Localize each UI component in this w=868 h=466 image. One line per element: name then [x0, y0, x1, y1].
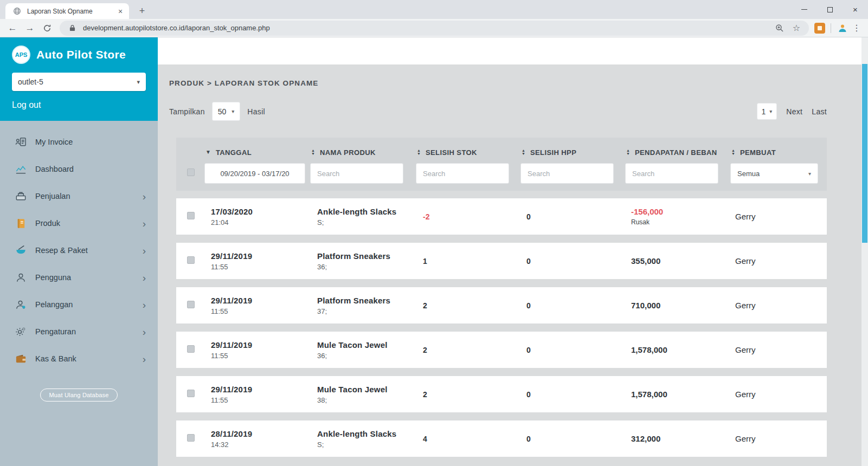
logout-link[interactable]: Log out	[12, 100, 41, 110]
minimize-button[interactable]	[792, 0, 817, 19]
column-header-pendapatan-beban[interactable]: ▲▼ PENDAPATAN / BEBAN	[624, 144, 729, 160]
sidebar-nav: My Invoice Dashboard	[0, 121, 158, 372]
row-date: 29/11/2019	[211, 296, 309, 305]
new-tab-button[interactable]: +	[134, 3, 150, 18]
row-stock-diff: 2	[423, 390, 427, 399]
table-row[interactable]: 29/11/2019 11:55 Mule Tacon Jewel 36; 2 …	[176, 332, 827, 368]
row-checkbox[interactable]	[187, 301, 195, 308]
close-button[interactable]: ×	[843, 0, 868, 19]
reload-database-button[interactable]: Muat Ulang Database	[40, 389, 117, 402]
row-hpp-diff: 0	[526, 346, 531, 354]
outlet-select-value: outlet-5	[18, 77, 43, 86]
row-creator: Gerry	[735, 256, 756, 266]
scrollbar-thumb[interactable]	[862, 64, 867, 243]
hpp-diff-search-input[interactable]	[520, 163, 614, 184]
caret-down-icon: ▾	[769, 108, 772, 114]
extension-icon[interactable]	[814, 23, 825, 34]
row-amount: 1,578,000	[631, 345, 729, 354]
sidebar-item-label: Pengguna	[35, 273, 71, 282]
sidebar-item-label: Produk	[35, 219, 60, 228]
row-amount: 312,000	[631, 434, 729, 443]
row-checkbox[interactable]	[187, 345, 195, 353]
row-amount: 355,000	[631, 256, 729, 266]
back-button[interactable]: ←	[4, 20, 21, 36]
creator-filter-select[interactable]: Semua ▾	[730, 163, 818, 184]
table-row[interactable]: 29/11/2019 11:55 Platform Sneakers 37; 2…	[176, 287, 827, 323]
row-checkbox[interactable]	[187, 212, 195, 219]
toolbar-divider	[831, 23, 831, 33]
select-all-checkbox[interactable]	[187, 169, 195, 176]
last-page-link[interactable]: Last	[812, 107, 827, 116]
lock-icon	[66, 24, 78, 31]
table-row[interactable]: 29/11/2019 11:55 Mule Tacon Jewel 38; 2 …	[176, 376, 827, 412]
row-checkbox[interactable]	[187, 434, 195, 442]
cash-register-icon	[14, 190, 27, 203]
row-time: 11:55	[211, 263, 309, 271]
sort-icon: ▲▼	[417, 149, 421, 156]
browser-tab[interactable]: Laporan Stok Opname ×	[5, 3, 129, 19]
row-variant: 36;	[317, 263, 415, 271]
outlet-select[interactable]: outlet-5 ▾	[12, 73, 146, 91]
chevron-right-icon: ›	[143, 273, 146, 283]
address-bar[interactable]: development.autopilotstore.co.id/laporan…	[60, 21, 809, 36]
browser-menu-icon[interactable]: ⋮	[850, 23, 864, 33]
brand-name: Auto Pilot Store	[36, 48, 126, 61]
reload-button[interactable]	[39, 20, 55, 36]
row-time: 11:55	[211, 352, 309, 360]
bookmark-star-icon[interactable]: ☆	[790, 23, 802, 33]
stock-diff-search-input[interactable]	[416, 163, 509, 184]
sidebar-item-label: Resep & Paket	[35, 246, 88, 255]
sidebar-item-label: Dashboard	[35, 165, 74, 173]
row-product-name: Mule Tacon Jewel	[317, 385, 415, 394]
sidebar-item-my-invoice[interactable]: My Invoice	[0, 128, 158, 156]
profile-icon[interactable]	[837, 23, 848, 33]
row-amount: 1,578,000	[631, 390, 729, 399]
column-header-selisih-hpp[interactable]: ▲▼ SELISIH HPP	[519, 144, 624, 160]
maximize-button[interactable]	[817, 0, 843, 19]
column-header-selisih-stok[interactable]: ▲▼ SELISIH STOK	[415, 144, 519, 160]
tab-close-icon[interactable]: ×	[116, 7, 125, 16]
chevron-right-icon: ›	[143, 327, 146, 337]
results-label: Hasil	[247, 107, 265, 116]
extension-glyph	[818, 26, 822, 30]
sidebar-item-kas-bank[interactable]: Kas & Bank ›	[0, 345, 158, 372]
row-product-name: Platform Sneakers	[317, 251, 415, 261]
maximize-icon	[827, 7, 833, 12]
amount-search-input[interactable]	[625, 163, 718, 184]
row-time: 14:32	[211, 441, 309, 449]
table-row[interactable]: 29/11/2019 11:55 Platform Sneakers 36; 1…	[176, 243, 827, 279]
product-search-input[interactable]	[310, 163, 403, 184]
sidebar-item-resep-paket[interactable]: Resep & Paket ›	[0, 237, 158, 264]
sidebar-item-dashboard[interactable]: Dashboard	[0, 156, 158, 183]
sidebar-item-produk[interactable]: Produk ›	[0, 210, 158, 237]
page-number-select[interactable]: 1 ▾	[757, 103, 777, 120]
settings-gear-icon	[14, 325, 27, 338]
row-checkbox[interactable]	[187, 390, 195, 397]
sidebar-item-pengguna[interactable]: Pengguna ›	[0, 264, 158, 291]
page-size-select[interactable]: 50 ▾	[212, 102, 241, 121]
page-scrollbar[interactable]	[861, 37, 868, 466]
forward-button[interactable]: →	[22, 20, 38, 36]
browser-toolbar: ← → development.autopilotstore.co.id/lap…	[0, 19, 868, 37]
row-stock-diff: 1	[423, 257, 427, 266]
date-range-filter[interactable]	[204, 163, 305, 184]
sidebar-item-penjualan[interactable]: Penjualan ›	[0, 183, 158, 210]
row-time: 11:55	[211, 307, 309, 315]
table-row[interactable]: 17/03/2020 21:04 Ankle-length Slacks S; …	[176, 198, 827, 235]
sidebar-item-pelanggan[interactable]: Pelanggan ›	[0, 291, 158, 318]
column-header-nama-produk[interactable]: ▲▼ NAMA PRODUK	[309, 144, 415, 160]
sort-icon: ▲▼	[731, 149, 735, 156]
sidebar-item-label: My Invoice	[35, 138, 73, 146]
sidebar-item-pengaturan[interactable]: Pengaturan ›	[0, 318, 158, 345]
row-stock-diff: -2	[423, 212, 429, 221]
column-header-pembuat[interactable]: ▲▼ PEMBUAT	[729, 144, 827, 160]
row-stock-diff: 4	[423, 435, 427, 443]
table-row[interactable]: 28/11/2019 14:32 Ankle-length Slacks S; …	[176, 420, 827, 457]
sidebar: APS Auto Pilot Store outlet-5 ▾ Log out	[0, 37, 158, 466]
row-stock-diff: 2	[423, 346, 427, 354]
row-date: 28/11/2019	[211, 429, 309, 438]
zoom-icon[interactable]	[774, 24, 786, 33]
next-page-link[interactable]: Next	[786, 107, 802, 116]
column-header-tanggal[interactable]: ▼ TANGGAL	[203, 144, 309, 160]
row-checkbox[interactable]	[187, 256, 195, 264]
